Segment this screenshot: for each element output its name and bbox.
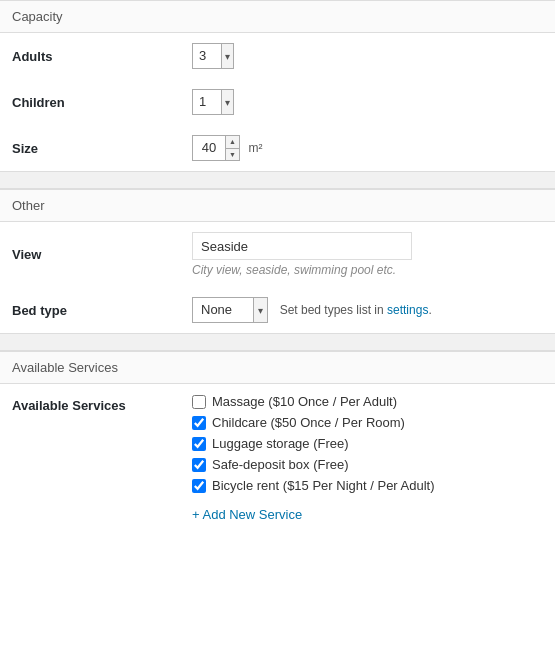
bed-type-hint-text: Set bed types list in [280,303,384,317]
capacity-other-divider [0,171,555,189]
view-field-cell: City view, seaside, swimming pool etc. [180,222,555,287]
children-label: Children [0,79,180,125]
service-checkbox-1[interactable] [192,416,206,430]
bed-type-field-cell: None Set bed types list in settings. [180,287,555,333]
other-services-divider [0,333,555,351]
size-spinner[interactable]: 40 ▲ ▼ [192,135,240,161]
bed-type-value: None [193,298,253,322]
view-hint: City view, seaside, swimming pool etc. [192,263,543,277]
adults-row: Adults 3 [0,33,555,79]
capacity-form-table: Adults 3 Children 1 Size 40 ▲ ▼ [0,33,555,171]
list-item: Childcare ($50 Once / Per Room) [192,415,543,430]
service-checkbox-2[interactable] [192,437,206,451]
add-new-service-link[interactable]: + Add New Service [192,507,302,522]
adults-field-cell: 3 [180,33,555,79]
children-dropdown-arrow[interactable] [221,90,233,114]
adults-select[interactable]: 3 [192,43,234,69]
view-label: View [0,222,180,287]
list-item: Massage ($10 Once / Per Adult) [192,394,543,409]
children-row: Children 1 [0,79,555,125]
services-section-label: Available Services [12,360,118,375]
bed-type-dropdown-arrow[interactable] [253,298,267,322]
size-spinner-buttons[interactable]: ▲ ▼ [225,136,239,160]
children-value: 1 [193,90,221,114]
size-label: Size [0,125,180,171]
size-row: Size 40 ▲ ▼ m² [0,125,555,171]
services-row: Available Services Massage ($10 Once / P… [0,384,555,532]
services-checkbox-list: Massage ($10 Once / Per Adult)Childcare … [192,394,543,493]
other-form-table: View City view, seaside, swimming pool e… [0,222,555,333]
service-label-4: Bicycle rent ($15 Per Night / Per Adult) [212,478,435,493]
children-select[interactable]: 1 [192,89,234,115]
size-field-cell: 40 ▲ ▼ m² [180,125,555,171]
service-checkbox-0[interactable] [192,395,206,409]
bed-type-hint: Set bed types list in settings. [280,303,432,317]
bed-type-select[interactable]: None [192,297,268,323]
children-field-cell: 1 [180,79,555,125]
services-field-cell: Massage ($10 Once / Per Adult)Childcare … [180,384,555,532]
other-label: Other [12,198,45,213]
settings-link[interactable]: settings [387,303,428,317]
capacity-section-header: Capacity [0,0,555,33]
services-form-table: Available Services Massage ($10 Once / P… [0,384,555,532]
view-row: View City view, seaside, swimming pool e… [0,222,555,287]
service-label-3: Safe-deposit box (Free) [212,457,349,472]
view-input[interactable] [192,232,412,260]
size-decrement-button[interactable]: ▼ [226,149,239,161]
bed-type-label: Bed type [0,287,180,333]
bed-type-hint-suffix: . [428,303,431,317]
size-unit: m² [249,141,263,155]
size-increment-button[interactable]: ▲ [226,136,239,149]
other-section-header: Other [0,189,555,222]
list-item: Luggage storage (Free) [192,436,543,451]
services-label: Available Services [0,384,180,532]
adults-value: 3 [193,44,221,68]
list-item: Safe-deposit box (Free) [192,457,543,472]
size-value: 40 [193,136,225,160]
service-label-1: Childcare ($50 Once / Per Room) [212,415,405,430]
capacity-label: Capacity [12,9,63,24]
services-section-header: Available Services [0,351,555,384]
service-checkbox-4[interactable] [192,479,206,493]
list-item: Bicycle rent ($15 Per Night / Per Adult) [192,478,543,493]
bed-type-row: Bed type None Set bed types list in sett… [0,287,555,333]
adults-dropdown-arrow[interactable] [221,44,233,68]
service-label-0: Massage ($10 Once / Per Adult) [212,394,397,409]
adults-label: Adults [0,33,180,79]
service-label-2: Luggage storage (Free) [212,436,349,451]
service-checkbox-3[interactable] [192,458,206,472]
